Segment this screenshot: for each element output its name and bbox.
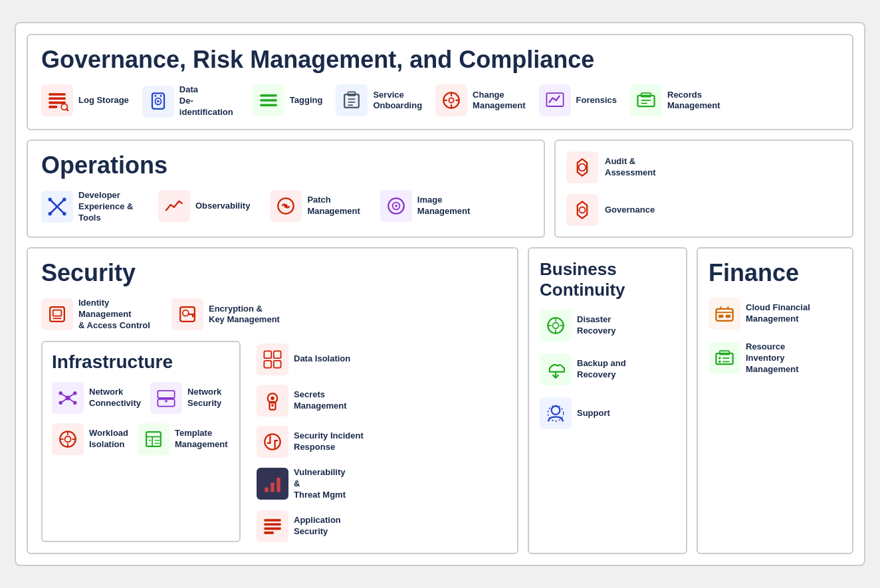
svg-line-57: [60, 398, 68, 403]
disaster-icon-box: [540, 310, 572, 342]
infra-security-row: Infrastructure: [41, 341, 504, 542]
svg-line-58: [68, 398, 75, 403]
svg-rect-42: [50, 308, 64, 322]
svg-line-56: [68, 393, 75, 398]
net-conn-icon: [56, 386, 80, 410]
svg-rect-103: [726, 315, 730, 318]
item-patch-management[interactable]: PatchManagement: [270, 190, 360, 222]
service-onboard-icon: [340, 88, 364, 112]
svg-point-7: [157, 100, 160, 103]
item-service-onboarding[interactable]: ServiceOnboarding: [336, 84, 422, 116]
image-mgmt-icon-box: [380, 190, 412, 222]
svg-rect-78: [274, 361, 281, 368]
cloud-fin-icon: [713, 302, 736, 326]
svg-rect-43: [53, 310, 62, 316]
net-sec-label: NetworkSecurity: [187, 387, 221, 409]
governance-label: Governance: [605, 205, 655, 216]
item-log-storage[interactable]: Log Storage: [41, 84, 129, 116]
resource-inv-icon: [713, 346, 736, 370]
security-right-box: Data Isolation: [250, 341, 504, 542]
resource-inv-label: ResourceInventoryManagement: [746, 342, 798, 375]
workload-icon: [56, 427, 80, 451]
right-column: Audit &Assessment Governance: [554, 140, 853, 238]
item-network-security[interactable]: NetworkSecurity: [150, 382, 221, 414]
svg-point-46: [183, 310, 189, 316]
item-workload-isolation[interactable]: WorkloadIsolation: [52, 423, 128, 455]
svg-rect-87: [264, 519, 280, 522]
observability-icon-box: [158, 190, 190, 222]
item-encryption-key[interactable]: Encryption &Key Management: [171, 298, 280, 332]
data-isolation-icon: [261, 347, 284, 371]
patch-mgmt-icon-box: [270, 190, 302, 222]
item-identity-management[interactable]: Identity Management& Access Control: [41, 298, 158, 332]
backup-icon: [544, 357, 568, 381]
svg-rect-1: [49, 98, 65, 100]
item-governance[interactable]: Governance: [566, 194, 841, 226]
audit-icon: [570, 155, 594, 179]
dev-exp-icon-box: [41, 191, 73, 223]
bottom-row: Security Identity Management& Access Con…: [27, 247, 853, 553]
middle-row: Operations DeveloperExperi: [27, 140, 853, 238]
item-security-incident-response[interactable]: Security IncidentResponse: [257, 426, 504, 458]
item-disaster-recovery[interactable]: DisasterRecovery: [540, 310, 675, 342]
right-cards: Audit &Assessment Governance: [554, 140, 853, 238]
forensics-icon: [543, 88, 567, 112]
svg-rect-77: [264, 361, 271, 368]
identity-mgmt-label: Identity Management& Access Control: [78, 298, 158, 332]
records-mgmt-icon: [634, 88, 658, 112]
observability-icon: [162, 194, 186, 218]
data-deident-label: DataDe-identification: [179, 84, 239, 118]
security-title: Security: [41, 259, 504, 287]
workload-label: WorkloadIsolation: [89, 428, 128, 450]
encryption-icon: [175, 302, 199, 326]
patch-mgmt-icon: [274, 194, 298, 218]
secrets-label: SecretsManagement: [294, 389, 346, 412]
grc-items: Log Storage DataDe-identification: [41, 84, 839, 118]
svg-line-55: [60, 393, 68, 398]
item-audit-assessment[interactable]: Audit &Assessment: [566, 151, 841, 183]
item-resource-inventory[interactable]: ResourceInventoryManagement: [709, 342, 841, 375]
security-ir-icon-box: [257, 426, 288, 458]
disaster-icon: [544, 314, 568, 338]
item-vulnerability-threat[interactable]: Vulnerability &Threat Mgmt: [257, 467, 504, 501]
item-template-management[interactable]: TemplateManagement: [138, 423, 227, 455]
business-continuity-section: Business Continuity Disast: [528, 247, 687, 553]
svg-point-33: [49, 213, 52, 216]
tagging-icon-box: [253, 84, 284, 116]
svg-point-32: [62, 198, 66, 201]
item-data-isolation[interactable]: Data Isolation: [257, 343, 504, 375]
workload-icon-box: [52, 423, 84, 455]
audit-icon-box: [566, 151, 598, 183]
item-forensics[interactable]: Forensics: [539, 84, 617, 116]
support-icon: [544, 401, 568, 425]
item-developer-experience[interactable]: DeveloperExperience & Tools: [41, 190, 138, 224]
item-backup-recovery[interactable]: Backup andRecovery: [540, 353, 675, 385]
encryption-label: Encryption &Key Management: [209, 304, 280, 326]
svg-rect-102: [718, 315, 723, 318]
svg-point-40: [579, 164, 586, 171]
svg-rect-100: [716, 309, 732, 321]
item-support[interactable]: Support: [540, 397, 675, 429]
item-cloud-financial[interactable]: Cloud FinancialManagement: [709, 298, 841, 330]
item-data-deidentification[interactable]: DataDe-identification: [142, 84, 239, 118]
item-application-security[interactable]: ApplicationSecurity: [257, 510, 504, 542]
net-sec-icon-box: [150, 382, 182, 414]
operations-title: Operations: [41, 151, 530, 179]
forensics-icon-box: [539, 84, 571, 116]
dev-exp-label: DeveloperExperience & Tools: [78, 190, 138, 224]
svg-rect-75: [264, 351, 271, 358]
item-secrets-management[interactable]: SecretsManagement: [257, 385, 504, 417]
item-change-management[interactable]: ChangeManagement: [435, 84, 525, 116]
vuln-icon: [261, 472, 284, 496]
svg-rect-3: [49, 106, 57, 109]
template-icon-box: [138, 423, 169, 455]
item-image-management[interactable]: ImageManagement: [380, 190, 470, 222]
svg-rect-89: [264, 527, 280, 530]
item-tagging[interactable]: Tagging: [253, 84, 323, 116]
item-network-connectivity[interactable]: NetworkConnectivity: [52, 382, 141, 414]
item-records-management[interactable]: RecordsManagement: [630, 84, 720, 116]
svg-rect-12: [260, 104, 276, 107]
item-observability[interactable]: Observability: [158, 190, 250, 222]
support-label: Support: [577, 408, 610, 419]
svg-marker-62: [164, 400, 167, 403]
